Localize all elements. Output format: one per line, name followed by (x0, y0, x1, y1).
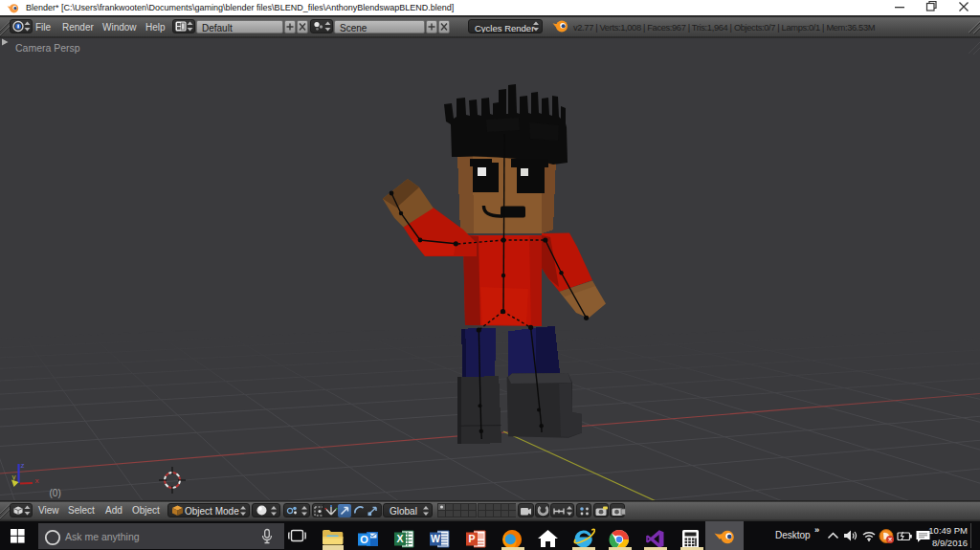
svg-text:P: P (468, 533, 475, 544)
svg-text:z: z (21, 461, 25, 470)
svg-text:x: x (35, 476, 39, 485)
svg-text:Camera Persp: Camera Persp (15, 42, 80, 54)
svg-text:y: y (12, 473, 16, 481)
svg-text:O: O (360, 534, 368, 545)
svg-text:W: W (431, 533, 440, 544)
svg-text:(0): (0) (50, 488, 61, 498)
svg-text:X: X (396, 533, 403, 544)
